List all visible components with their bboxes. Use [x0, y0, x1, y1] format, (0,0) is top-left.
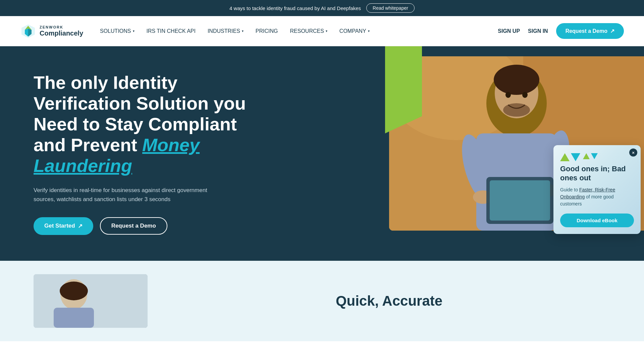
logo-icon [20, 23, 36, 39]
popup-close-button[interactable]: × [629, 148, 637, 157]
compliancely-label: Compliancely [40, 29, 83, 37]
hero-subtitle: Verify identities in real-time for busin… [34, 186, 221, 204]
arrow-icon: ↗ [78, 223, 83, 230]
chevron-down-icon: ▾ [242, 29, 244, 33]
download-ebook-button[interactable]: Download eBook [560, 214, 634, 227]
small-green-diamond-icon [583, 153, 590, 159]
nav-solutions[interactable]: SOLUTIONS ▾ [100, 28, 134, 34]
announcement-text: 4 ways to tackle identity fraud caused b… [229, 5, 361, 11]
svg-point-19 [505, 92, 511, 98]
hero-content: The only Identity Verification Solution … [34, 72, 248, 235]
green-diamond-icon [560, 153, 570, 161]
chevron-down-icon: ▾ [368, 29, 370, 33]
read-whitepaper-button[interactable]: Read whitepaper [366, 3, 415, 13]
get-started-button[interactable]: Get Started ↗ [34, 217, 93, 235]
sign-in-button[interactable]: SIGN IN [528, 28, 548, 34]
main-nav: SOLUTIONS ▾ IRS TIN CHECK API INDUSTRIES… [100, 28, 498, 34]
nav-industries[interactable]: INDUSTRIES ▾ [208, 28, 244, 34]
hero-section: The only Identity Verification Solution … [0, 46, 644, 261]
popup-description: Guide to Faster, Risk-Free Onboarding of… [560, 186, 634, 207]
bottom-image [34, 274, 148, 328]
hero-image-area: × Good ones in; Bad ones out Guide to Fa… [369, 46, 644, 261]
nav-pricing[interactable]: PRICING [256, 28, 278, 34]
svg-point-24 [60, 282, 88, 300]
arrow-icon: ↗ [610, 28, 614, 34]
nav-tin-check[interactable]: IRS TIN CHECK API [147, 28, 196, 34]
zenwork-label: ZENWORK [40, 25, 83, 29]
hero-title: The only Identity Verification Solution … [34, 72, 248, 176]
chevron-down-icon: ▾ [326, 29, 327, 33]
popup-card: × Good ones in; Bad ones out Guide to Fa… [553, 145, 641, 234]
chevron-down-icon: ▾ [133, 29, 135, 33]
logo-text: ZENWORK Compliancely [40, 25, 83, 37]
hero-buttons: Get Started ↗ Request a Demo [34, 217, 248, 235]
nav-resources[interactable]: RESOURCES ▾ [290, 28, 327, 34]
blue-diamond-icon [571, 153, 580, 161]
svg-point-20 [522, 92, 528, 98]
announcement-bar: 4 ways to tackle identity fraud caused b… [0, 0, 644, 16]
popup-link: Faster, Risk-Free Onboarding [560, 187, 615, 199]
bottom-section-title: Quick, Accurate [168, 293, 610, 309]
sign-up-button[interactable]: SIGN UP [498, 28, 520, 34]
small-blue-diamond-icon [591, 153, 598, 159]
popup-decorations [560, 153, 634, 161]
header-request-demo-button[interactable]: Request a Demo ↗ [556, 23, 624, 39]
svg-point-11 [494, 65, 539, 95]
popup-title: Good ones in; Bad ones out [560, 165, 634, 182]
header: ZENWORK Compliancely SOLUTIONS ▾ IRS TIN… [0, 16, 644, 46]
logo-link[interactable]: ZENWORK Compliancely [20, 23, 83, 39]
hero-request-demo-button[interactable]: Request a Demo [100, 217, 167, 235]
header-right: SIGN UP SIGN IN Request a Demo ↗ [498, 23, 624, 39]
svg-point-21 [503, 103, 530, 117]
nav-company[interactable]: COMPANY ▾ [339, 28, 370, 34]
svg-rect-25 [54, 308, 94, 328]
bottom-person-svg [34, 274, 148, 328]
bottom-section: Quick, Accurate [0, 261, 644, 341]
svg-rect-18 [490, 180, 550, 221]
